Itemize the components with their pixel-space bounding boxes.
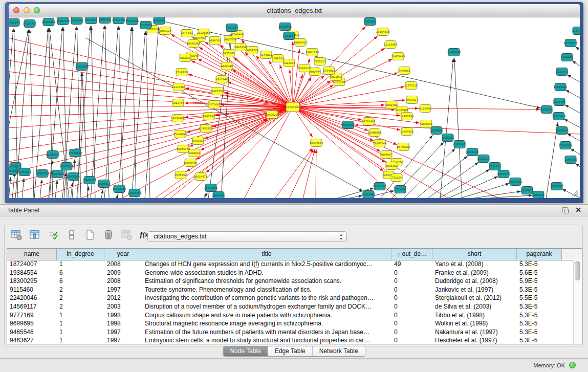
table-settings-icon[interactable] — [10, 229, 23, 241]
table-cell[interactable]: Hescheler et al. (1997) — [432, 336, 517, 344]
table-cell[interactable]: 9115460 — [7, 286, 57, 294]
column-header-name[interactable]: name — [7, 249, 57, 260]
table-cell[interactable]: 1997 — [104, 328, 142, 337]
table-cell[interactable]: 2003 — [104, 302, 142, 311]
table-cell[interactable]: Changes of HCN gene expression and I(f) … — [142, 260, 391, 269]
table-cell[interactable]: 1 — [57, 311, 104, 320]
network-window[interactable]: citations_edges.txt 18724007183002951938… — [5, 2, 583, 203]
table-cell[interactable]: 0 — [391, 336, 432, 344]
canvas-resize-grip[interactable] — [572, 190, 578, 196]
table-cell[interactable]: 18724007 — [7, 260, 57, 269]
table-cell[interactable]: Genome-wide association studies in ADHD. — [142, 269, 391, 277]
create-column-icon[interactable] — [84, 229, 96, 241]
table-cell[interactable]: 6 — [57, 269, 104, 277]
column-header-indegree[interactable]: in_degree — [57, 249, 104, 260]
show-columns-icon[interactable] — [29, 229, 41, 241]
table-cell[interactable]: 0 — [391, 286, 432, 294]
table-row[interactable]: 2242004622012Investigating the contribut… — [7, 294, 574, 302]
table-cell[interactable]: Corpus callosum shape and size in male p… — [142, 311, 391, 320]
table-cell[interactable]: 2008 — [104, 260, 142, 269]
table-cell[interactable]: Nakamura et al. (1997) — [432, 328, 517, 337]
table-cell[interactable]: 1 — [57, 336, 104, 344]
table-cell[interactable]: 2009 — [104, 269, 142, 277]
table-cell[interactable]: 0 — [391, 294, 432, 302]
table-row[interactable]: 1872400712008Changes of HCN gene express… — [7, 260, 574, 269]
table-vertical-scrollbar[interactable] — [573, 260, 582, 344]
column-header-title[interactable]: title — [142, 249, 391, 260]
minimize-window-icon[interactable] — [24, 7, 30, 13]
network-window-titlebar[interactable]: citations_edges.txt — [9, 4, 580, 17]
row-height-icon[interactable] — [66, 229, 78, 241]
table-cell[interactable]: 9777169 — [7, 311, 57, 320]
table-cell[interactable]: Stergiakouli et al. (2012) — [432, 294, 517, 302]
float-panel-icon[interactable] — [562, 207, 569, 213]
table-cell[interactable]: 2 — [57, 302, 104, 311]
table-cell[interactable]: Disruption of a novel member of a sodium… — [142, 302, 391, 311]
table-cell[interactable]: Wolkin et al. (1998) — [432, 319, 517, 328]
table-cell[interactable]: 19384554 — [7, 269, 57, 277]
table-cell[interactable]: Dudbridge et al. (2008) — [432, 277, 517, 286]
table-cell[interactable]: 5.5E-5 — [517, 294, 562, 302]
table-cell[interactable]: 5.3E-5 — [517, 302, 562, 311]
close-window-icon[interactable] — [13, 7, 19, 13]
select-columns-icon[interactable] — [47, 229, 59, 241]
table-selector-dropdown[interactable]: citations_edges.txt ▲▼ — [147, 231, 347, 242]
table-cell[interactable]: 1 — [57, 328, 104, 337]
table-cell[interactable]: 0 — [391, 269, 432, 277]
table-cell[interactable]: Franke et al. (2009) — [432, 269, 517, 277]
table-cell[interactable]: Tibbo et al. (1998) — [432, 311, 517, 320]
close-panel-icon[interactable]: ✕ — [575, 206, 581, 214]
table-cell[interactable]: 2 — [57, 294, 104, 302]
table-cell[interactable]: 49 — [391, 260, 432, 269]
tab-edge-table[interactable]: Edge Table — [268, 346, 312, 356]
table-cell[interactable]: 0 — [391, 328, 432, 337]
table-cell[interactable]: 2012 — [104, 294, 142, 302]
table-cell[interactable]: 5.6E-5 — [517, 269, 562, 277]
table-header-row[interactable]: namein_degreeyeartitle△out_de…shortpager… — [7, 249, 582, 260]
table-cell[interactable]: 5.3E-5 — [517, 286, 562, 294]
scrollbar-thumb[interactable] — [575, 261, 580, 280]
table-cell[interactable]: 5.3E-5 — [517, 311, 562, 320]
table-cell[interactable]: 0 — [391, 319, 432, 328]
column-header-pagerank[interactable]: pagerank — [517, 249, 562, 260]
table-cell[interactable]: 6 — [57, 277, 104, 286]
table-cell[interactable]: 9699695 — [7, 319, 57, 328]
table-cell[interactable]: Embryonic stem cells: a model to study s… — [142, 336, 391, 344]
table-cell[interactable]: 5.9E-5 — [517, 277, 562, 286]
table-cell[interactable]: 5.3E-5 — [517, 260, 562, 269]
column-header-year[interactable]: year — [104, 249, 142, 260]
table-cell[interactable]: 0 — [391, 277, 432, 286]
table-row[interactable]: 969969511998Structural magnetic resonanc… — [7, 319, 574, 328]
table-row[interactable]: 1830029562008Estimation of significance … — [7, 277, 574, 286]
table-row[interactable]: 946362711997Embryonic stem cells: a mode… — [7, 336, 574, 344]
attribute-table[interactable]: namein_degreeyeartitle△out_de…shortpager… — [7, 248, 582, 344]
table-cell[interactable]: Yano et al. (2008) — [432, 260, 517, 269]
table-row[interactable]: 1938455462009Genome-wide association stu… — [7, 269, 574, 277]
table-cell[interactable]: 1 — [57, 319, 104, 328]
table-row[interactable]: 1456911722003Disruption of a novel membe… — [7, 302, 574, 311]
network-canvas[interactable]: 1872400718300295193845549777169982107297… — [9, 17, 580, 198]
tab-network-table[interactable]: Network Table — [312, 346, 365, 356]
zoom-window-icon[interactable] — [34, 7, 40, 13]
table-cell[interactable]: 1997 — [104, 336, 142, 344]
table-cell[interactable]: 18300295 — [7, 277, 57, 286]
table-cell[interactable]: Structural magnetic resonance image aver… — [142, 319, 391, 328]
table-row[interactable]: 946554611997Estimation of the future num… — [7, 328, 574, 337]
table-row[interactable]: 911546021997Tourette syndrome. Phenomeno… — [7, 286, 574, 294]
table-cell[interactable]: 5.3E-5 — [517, 328, 562, 337]
tab-node-table[interactable]: Node Table — [223, 346, 268, 356]
table-panel-header[interactable]: Table Panel ✕ — [0, 205, 588, 216]
table-cell[interactable]: 1998 — [104, 319, 142, 328]
table-cell[interactable]: 5.3E-5 — [517, 319, 562, 328]
network-graph[interactable]: 1872400718300295193845549777169982107297… — [9, 17, 580, 198]
table-body[interactable]: 1872400712008Changes of HCN gene express… — [7, 260, 574, 344]
table-cell[interactable]: 22420046 — [7, 294, 57, 302]
table-row[interactable]: 977716911998Corpus callosum shape and si… — [7, 311, 574, 320]
table-cell[interactable]: 9463627 — [7, 336, 57, 344]
table-cell[interactable]: 5.3E-5 — [517, 336, 562, 344]
table-cell[interactable]: Investigating the contribution of common… — [142, 294, 391, 302]
column-header-short[interactable]: short — [432, 249, 517, 260]
memory-ok-icon[interactable] — [569, 362, 576, 368]
table-cell[interactable]: Estimation of significance thresholds fo… — [142, 277, 391, 286]
table-cell[interactable]: de Silva et al. (2003) — [432, 302, 517, 311]
